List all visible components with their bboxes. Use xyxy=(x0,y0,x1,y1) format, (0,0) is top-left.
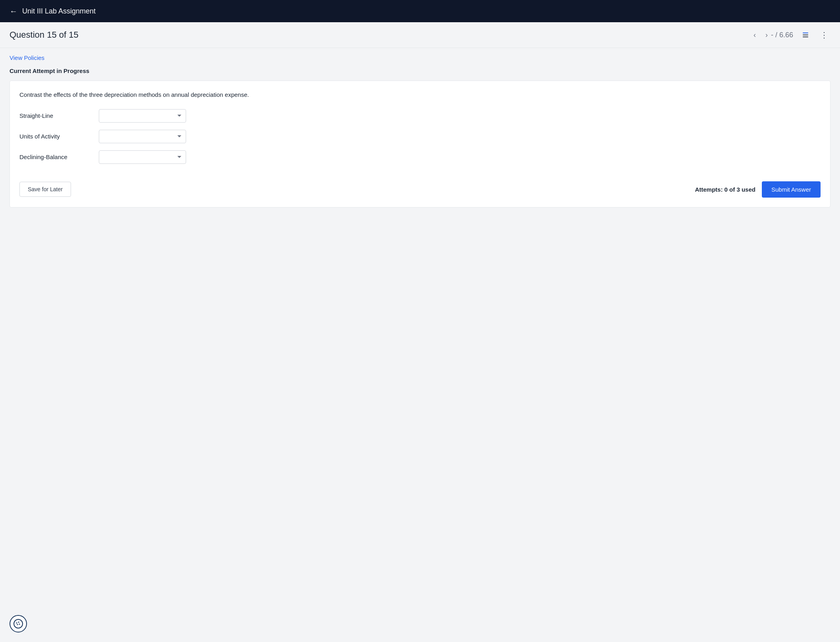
units-of-activity-label: Units of Activity xyxy=(19,133,99,140)
right-controls: - / 6.66 ⋮ xyxy=(771,29,830,41)
svg-point-3 xyxy=(17,624,18,625)
svg-point-2 xyxy=(18,622,19,623)
sub-header: Question 15 of 15 ‹ › - / 6.66 ⋮ xyxy=(0,22,840,48)
declining-balance-row: Declining-Balance Constant Varying Decre… xyxy=(19,150,821,164)
right-footer: Attempts: 0 of 3 used Submit Answer xyxy=(695,181,821,198)
attempt-status: Current Attempt in Progress xyxy=(10,67,830,74)
question-counter: Question 15 of 15 xyxy=(10,30,744,40)
svg-point-1 xyxy=(16,623,17,624)
save-for-later-button[interactable]: Save for Later xyxy=(19,182,71,197)
units-of-activity-row: Units of Activity Constant Varying Decre… xyxy=(19,130,821,143)
card-footer: Save for Later Attempts: 0 of 3 used Sub… xyxy=(19,175,821,198)
question-card: Contrast the effects of the three deprec… xyxy=(10,81,830,208)
declining-balance-label: Declining-Balance xyxy=(19,154,99,160)
attempts-counter: Attempts: 0 of 3 used xyxy=(695,186,755,193)
view-policies-link[interactable]: View Policies xyxy=(10,54,44,61)
main-content: View Policies Current Attempt in Progres… xyxy=(0,48,840,214)
straight-line-label: Straight-Line xyxy=(19,112,99,119)
cookie-icon xyxy=(13,619,23,629)
score-display: - / 6.66 xyxy=(771,31,793,39)
list-icon xyxy=(802,32,809,38)
more-options-button[interactable]: ⋮ xyxy=(818,29,830,41)
next-question-button[interactable]: › xyxy=(762,29,771,41)
back-button[interactable]: ← xyxy=(10,7,17,16)
submit-answer-button[interactable]: Submit Answer xyxy=(762,181,821,198)
units-of-activity-select[interactable]: Constant Varying Decreasing Increasing xyxy=(99,130,186,143)
prev-question-button[interactable]: ‹ xyxy=(750,29,759,41)
svg-point-0 xyxy=(14,619,23,628)
straight-line-select[interactable]: Constant Varying Decreasing Increasing xyxy=(99,109,186,123)
declining-balance-select[interactable]: Constant Varying Decreasing Increasing xyxy=(99,150,186,164)
list-view-button[interactable] xyxy=(800,30,811,40)
cookie-preferences-button[interactable] xyxy=(10,615,27,632)
question-text: Contrast the effects of the three deprec… xyxy=(19,90,821,100)
ellipsis-icon: ⋮ xyxy=(820,30,828,40)
straight-line-row: Straight-Line Constant Varying Decreasin… xyxy=(19,109,821,123)
svg-point-4 xyxy=(19,624,20,625)
question-navigation: ‹ › xyxy=(750,29,771,41)
page-title: Unit III Lab Assignment xyxy=(22,7,96,15)
top-navigation: ← Unit III Lab Assignment xyxy=(0,0,840,22)
back-arrow-icon: ← xyxy=(10,7,17,16)
